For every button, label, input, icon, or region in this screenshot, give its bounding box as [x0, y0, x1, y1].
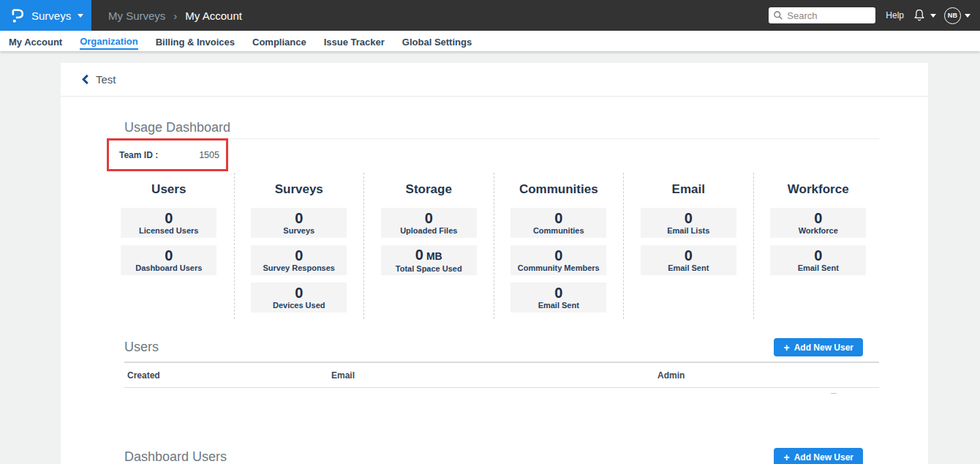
- breadcrumb-my-surveys[interactable]: My Surveys: [108, 10, 165, 22]
- stat-licensed-users: 0 Licensed Users: [121, 208, 216, 238]
- usage-column-title: Email: [624, 182, 753, 197]
- usage-dashboard-section: Usage Dashboard Team ID : 1505 Users 0 L…: [61, 97, 928, 464]
- users-section-title: Users: [124, 340, 159, 355]
- chevron-down-icon: [965, 14, 970, 18]
- add-new-user-button[interactable]: + Add New User: [774, 338, 863, 356]
- tab-issue-tracker[interactable]: Issue Tracker: [324, 34, 385, 49]
- account-subnav: My Account Organization Billing & Invoic…: [0, 31, 980, 51]
- users-table: Created Email Admin —: [124, 362, 879, 398]
- usage-column-title: Workforce: [754, 182, 883, 197]
- usage-grid: Users 0 Licensed Users 0 Dashboard Users…: [104, 173, 883, 319]
- stat-community-members: 0 Community Members: [510, 245, 606, 275]
- usage-column-title: Users: [104, 182, 234, 197]
- users-section-header: Users + Add New User: [124, 338, 879, 356]
- stat-dashboard-users: 0 Dashboard Users: [121, 245, 216, 275]
- stat-workforce: 0 Workforce: [770, 208, 866, 238]
- plus-icon: +: [783, 452, 789, 463]
- search-box[interactable]: [769, 7, 875, 23]
- product-label: Surveys: [31, 10, 71, 22]
- chevron-down-icon: [930, 14, 936, 18]
- usage-column-title: Communities: [494, 182, 624, 197]
- usage-dashboard-title: Usage Dashboard: [124, 97, 879, 135]
- column-header-email: Email: [331, 370, 657, 381]
- usage-column-surveys: Surveys 0 Surveys 0 Survey Responses 0 D…: [234, 173, 364, 319]
- tab-global-settings[interactable]: Global Settings: [402, 34, 472, 49]
- stat-uploaded-files: 0 Uploaded Files: [381, 208, 477, 238]
- account-menu[interactable]: NB: [944, 7, 970, 24]
- back-link-label: Test: [96, 73, 116, 86]
- notifications-button[interactable]: [912, 7, 936, 23]
- stat-survey-responses: 0 Survey Responses: [251, 245, 347, 275]
- stat-email-lists: 0 Email Lists: [641, 208, 736, 238]
- tab-my-account[interactable]: My Account: [9, 34, 62, 49]
- product-switcher[interactable]: Surveys: [0, 0, 91, 31]
- stat-devices-used: 0 Devices Used: [251, 282, 347, 313]
- breadcrumb: My Surveys › My Account: [108, 10, 242, 22]
- stat-communities: 0 Communities: [510, 208, 606, 238]
- team-id-value: 1505: [199, 150, 219, 160]
- tab-compliance[interactable]: Compliance: [252, 34, 306, 49]
- team-id-label: Team ID :: [119, 150, 158, 160]
- tab-organization[interactable]: Organization: [80, 33, 137, 50]
- stat-communities-email-sent: 0 Email Sent: [510, 282, 606, 313]
- breadcrumb-current: My Account: [185, 10, 242, 22]
- search-input[interactable]: [787, 10, 871, 21]
- avatar: NB: [944, 7, 961, 24]
- tab-billing-invoices[interactable]: Billing & Invoices: [156, 34, 235, 49]
- usage-column-workforce: Workforce 0 Workforce 0 Email Sent: [753, 173, 883, 319]
- usage-column-users: Users 0 Licensed Users 0 Dashboard Users: [104, 173, 234, 319]
- topbar-right: Help NB: [769, 7, 980, 24]
- dashboard-users-section-header: Dashboard Users + Add New User: [124, 448, 879, 464]
- content-card: Test Usage Dashboard Team ID : 1505 User…: [61, 63, 928, 464]
- stat-workforce-email-sent: 0 Email Sent: [770, 245, 866, 275]
- usage-column-title: Surveys: [235, 182, 364, 197]
- column-header-admin: Admin: [657, 370, 879, 381]
- team-id-highlight: Team ID : 1505: [107, 138, 228, 171]
- topbar: Surveys My Surveys › My Account Help: [0, 0, 980, 31]
- usage-column-title: Storage: [364, 182, 494, 197]
- users-table-header: Created Email Admin: [124, 362, 879, 388]
- usage-column-communities: Communities 0 Communities 0 Community Me…: [494, 173, 624, 319]
- usage-column-email: Email 0 Email Lists 0 Email Sent: [623, 173, 753, 319]
- empty-table-marker: —: [124, 388, 879, 398]
- add-new-dashboard-user-button[interactable]: + Add New User: [774, 448, 863, 464]
- questionpro-logo-icon: [10, 7, 25, 25]
- body: Test Usage Dashboard Team ID : 1505 User…: [0, 51, 980, 464]
- stat-total-space-used: 0 MB Total Space Used: [381, 245, 477, 275]
- unit-label: MB: [426, 250, 442, 263]
- page: Surveys My Surveys › My Account Help: [0, 0, 980, 464]
- back-link[interactable]: Test: [61, 63, 928, 97]
- column-header-created: Created: [124, 370, 331, 381]
- plus-icon: +: [783, 343, 789, 353]
- usage-column-storage: Storage 0 Uploaded Files 0 MB Total Spac…: [363, 173, 494, 319]
- breadcrumb-separator: ›: [173, 10, 177, 22]
- help-link[interactable]: Help: [886, 10, 904, 20]
- search-icon: [773, 10, 783, 20]
- chevron-down-icon: [78, 14, 83, 18]
- stat-surveys: 0 Surveys: [251, 208, 347, 238]
- stat-email-sent: 0 Email Sent: [641, 245, 736, 275]
- bell-icon: [912, 7, 927, 23]
- chevron-left-icon: [81, 74, 89, 85]
- divider: [124, 138, 879, 139]
- dashboard-users-section-title: Dashboard Users: [124, 449, 227, 464]
